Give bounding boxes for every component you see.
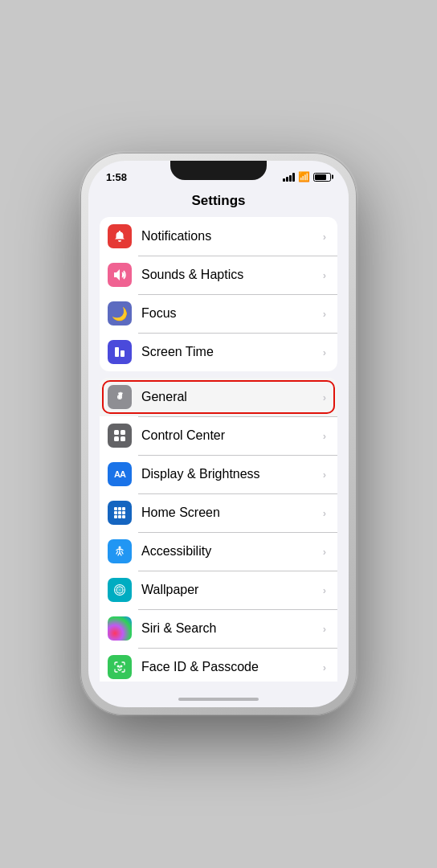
wallpaper-label: Wallpaper [141,583,323,597]
faceid-label: Face ID & Passcode [141,660,323,674]
wallpaper-chevron: › [323,584,326,596]
wifi-icon: 📶 [298,171,310,182]
settings-row-wallpaper[interactable]: Wallpaper › [100,571,337,609]
svg-rect-14 [118,515,121,518]
phone-screen: 1:58 📶 Settings [88,161,349,707]
settings-row-sounds[interactable]: Sounds & Haptics › [100,256,337,294]
display-chevron: › [323,469,326,481]
settings-row-accessibility[interactable]: Accessibility › [100,532,337,571]
settings-scroll[interactable]: Settings Notifications › [88,190,349,682]
settings-row-focus[interactable]: 🌙 Focus › [100,294,337,333]
accessibility-label: Accessibility [141,544,323,559]
svg-point-18 [120,665,122,667]
notifications-label: Notifications [141,229,323,244]
settings-row-display[interactable]: AA Display & Brightness › [100,455,337,493]
svg-point-16 [119,547,121,549]
faceid-icon [108,655,132,679]
control-center-icon [108,424,132,448]
svg-rect-12 [122,511,125,514]
settings-row-control-center[interactable]: Control Center › [100,416,337,455]
general-label: General [141,390,323,404]
settings-group-2: General › Control Center › [100,378,337,682]
wallpaper-icon [108,578,132,602]
settings-row-notifications[interactable]: Notifications › [100,217,337,256]
svg-rect-4 [120,430,125,435]
notifications-icon [108,224,132,248]
settings-row-general[interactable]: General › [100,378,337,416]
svg-rect-11 [118,511,121,514]
svg-rect-5 [114,436,119,441]
sounds-label: Sounds & Haptics [141,268,323,282]
display-label: Display & Brightness [141,467,323,481]
notifications-chevron: › [323,231,326,243]
home-screen-chevron: › [323,507,326,519]
status-icons: 📶 [283,171,331,182]
settings-row-siri[interactable]: Siri & Search › [100,609,337,648]
svg-rect-13 [114,515,117,518]
svg-rect-3 [114,430,119,435]
display-icon: AA [108,462,132,486]
settings-row-screen-time[interactable]: Screen Time › [100,333,337,371]
control-center-label: Control Center [141,428,323,443]
screen-time-label: Screen Time [141,345,323,359]
battery-status-icon [313,173,331,182]
svg-rect-1 [120,350,125,357]
accessibility-chevron: › [323,546,326,558]
accessibility-icon [108,539,132,563]
page-title: Settings [88,190,349,217]
siri-chevron: › [323,623,326,635]
svg-rect-9 [122,507,125,510]
svg-rect-8 [118,507,121,510]
home-screen-label: Home Screen [141,506,323,520]
general-icon [108,385,132,409]
svg-rect-6 [120,436,125,441]
screen-time-icon [108,340,132,364]
svg-rect-10 [114,511,117,514]
focus-label: Focus [141,306,323,321]
settings-group-1: Notifications › Sounds & Haptics › [100,217,337,371]
status-time: 1:58 [106,171,127,183]
siri-label: Siri & Search [141,621,323,636]
svg-rect-0 [115,347,119,357]
svg-rect-15 [122,515,125,518]
home-indicator [178,698,259,701]
focus-chevron: › [323,308,326,320]
siri-icon [108,616,132,641]
general-chevron: › [323,391,326,403]
screen-time-chevron: › [323,346,326,358]
sounds-icon [108,263,132,287]
svg-rect-7 [114,507,117,510]
phone-frame: 1:58 📶 Settings [80,153,357,715]
sounds-chevron: › [323,269,326,281]
signal-icon [283,173,295,182]
notch [170,161,267,180]
focus-icon: 🌙 [108,301,132,326]
control-center-chevron: › [323,430,326,442]
svg-point-17 [117,665,119,667]
settings-row-faceid[interactable]: Face ID & Passcode › [100,648,337,682]
settings-row-home-screen[interactable]: Home Screen › [100,493,337,532]
home-screen-icon [108,501,132,525]
faceid-chevron: › [323,661,326,674]
